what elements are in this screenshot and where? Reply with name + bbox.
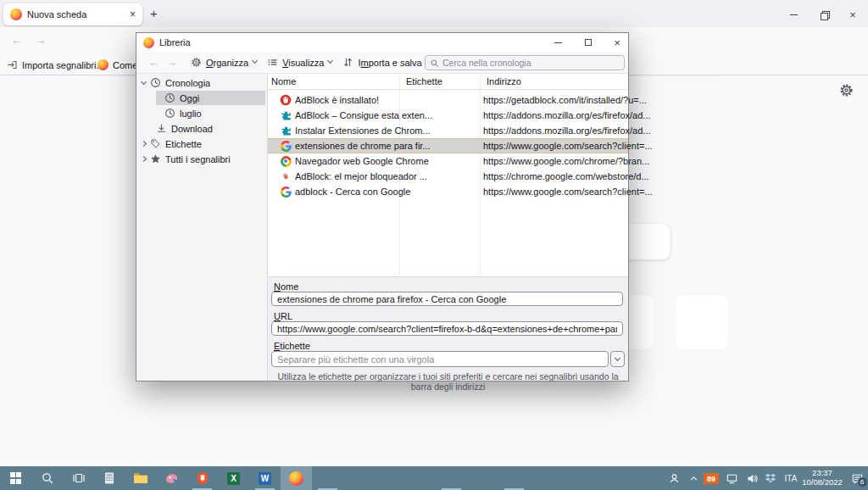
library-close-button[interactable]: ×: [609, 36, 626, 49]
organize-label: Organizza: [206, 58, 248, 68]
windows-logo-icon: [10, 472, 22, 484]
tags-dropdown-button[interactable]: [610, 351, 625, 367]
table-row[interactable]: Instalar Extensiones de Chrom... https:/…: [268, 123, 628, 138]
column-name[interactable]: Nome: [271, 76, 296, 86]
tags-hint-text: Utilizza le etichette per organizzare i …: [268, 371, 628, 392]
views-menu[interactable]: Visualizza: [267, 57, 332, 68]
tags-field[interactable]: [271, 351, 609, 367]
windows-taskbar: X W 89 ITA 23:37 10/08/2022: [0, 466, 868, 490]
network-icon: [726, 472, 738, 485]
sidebar-item-today[interactable]: Oggi: [156, 91, 265, 105]
sidebar-item-all-bookmarks[interactable]: Tutti i segnalibri: [142, 152, 231, 166]
sidebar-item-july[interactable]: luglio: [164, 106, 202, 120]
taskbar-excel[interactable]: X: [218, 466, 249, 490]
chevron-right-icon: [141, 141, 147, 147]
taskbar-firefox-active[interactable]: [281, 466, 312, 490]
sidebar-item-downloads[interactable]: Download: [156, 121, 213, 136]
window-restore-button[interactable]: [815, 8, 833, 21]
new-tab-button[interactable]: +: [150, 6, 158, 20]
star-icon: [150, 153, 161, 164]
name-field[interactable]: [271, 292, 623, 306]
download-icon: [156, 123, 167, 134]
table-row[interactable]: AdBlock è installato! https://getadblock…: [268, 92, 628, 108]
clock-icon: [164, 92, 175, 103]
personalize-gear-icon[interactable]: [839, 83, 854, 98]
people-button[interactable]: [665, 466, 683, 490]
bookmark-label: Importa segnalibri...: [22, 60, 104, 70]
library-search-box[interactable]: [425, 55, 625, 70]
chevron-down-icon: [252, 58, 258, 64]
dropbox-tray-button[interactable]: [762, 466, 779, 490]
chrome-icon: [280, 155, 292, 167]
newtab-shortcut-tile[interactable]: [676, 295, 728, 349]
clock-icon: [164, 108, 175, 119]
sidebar-item-tags[interactable]: Etichette: [142, 136, 202, 151]
taskbar-calculator-app[interactable]: [93, 466, 125, 490]
volume-tray-button[interactable]: [743, 466, 761, 490]
brave-icon: [196, 471, 209, 485]
views-list-icon: [267, 57, 278, 68]
table-row-selected[interactable]: extensiones de chrome para fir... https:…: [268, 138, 628, 153]
url-field[interactable]: [271, 321, 623, 336]
chevron-down-icon: [327, 58, 333, 64]
library-list: Nome Etichette Indirizzo AdBlock è insta…: [268, 74, 628, 381]
library-back-button[interactable]: ←: [145, 56, 163, 69]
library-search-input[interactable]: [442, 58, 624, 68]
start-button[interactable]: [0, 466, 31, 490]
column-address[interactable]: Indirizzo: [487, 76, 521, 86]
tray-expand-button[interactable]: [685, 466, 702, 490]
firefox-icon: [10, 8, 22, 20]
bookmark-import[interactable]: Importa segnalibri...: [7, 58, 104, 72]
tab-close-icon[interactable]: ×: [130, 8, 136, 20]
network-tray-button[interactable]: [722, 466, 741, 490]
action-center-button[interactable]: 6: [848, 466, 866, 490]
taskbar-word[interactable]: W: [249, 466, 281, 490]
folder-icon: [133, 472, 148, 484]
close-icon: ×: [614, 37, 620, 48]
row-url: https://www.google.com/chrome/?bran...: [483, 156, 649, 166]
table-row[interactable]: AdBlock – Consigue esta exten... https:/…: [268, 108, 628, 123]
library-forward-button[interactable]: →: [163, 56, 181, 69]
restore-icon: [821, 11, 828, 19]
taskbar-file-explorer[interactable]: [125, 466, 156, 490]
row-name: Navegador web Google Chrome: [295, 156, 429, 166]
tab-title: Nuova scheda: [27, 9, 125, 19]
dropbox-icon: [765, 472, 776, 484]
sidebar-item-history[interactable]: Cronologia: [142, 75, 210, 90]
active-tab[interactable]: Nuova scheda ×: [3, 3, 142, 25]
table-row[interactable]: AdBlock: el mejor bloqueador ... https:/…: [268, 169, 628, 184]
table-row[interactable]: Navegador web Google Chrome https://www.…: [268, 153, 628, 169]
library-maximize-button[interactable]: [580, 36, 597, 49]
url-field-label: URL: [274, 311, 292, 321]
search-icon: [41, 471, 54, 485]
paint-icon: [164, 471, 179, 486]
taskbar-paint-app[interactable]: [156, 466, 187, 490]
row-name: extensiones de chrome para fir...: [295, 141, 431, 151]
chevron-down-icon: [141, 78, 147, 84]
taskbar-brave-browser[interactable]: [186, 466, 218, 490]
import-backup-menu[interactable]: Importa e salva: [342, 57, 430, 68]
window-close-button[interactable]: ×: [843, 8, 862, 21]
table-row[interactable]: adblock - Cerca con Google https://www.g…: [268, 184, 628, 199]
row-url: https://www.google.com/search?client=...: [483, 187, 653, 197]
task-view-button[interactable]: [63, 466, 94, 490]
row-url: https://addons.mozilla.org/es/firefox/ad…: [483, 110, 651, 120]
chevron-right-icon: [141, 156, 147, 162]
adblock-tray-badge[interactable]: 89: [704, 473, 719, 484]
firefox-icon: [289, 471, 303, 486]
notification-badge: 6: [858, 477, 867, 487]
sidebar-label: Cronologia: [165, 78, 210, 88]
back-button[interactable]: ←: [11, 33, 23, 47]
tag-icon: [150, 138, 161, 149]
webstore-adblock-icon: [280, 170, 292, 182]
row-name: AdBlock è installato!: [295, 95, 379, 105]
window-minimize-button[interactable]: [784, 8, 803, 21]
library-minimize-button[interactable]: [549, 36, 566, 49]
taskbar-search-button[interactable]: [31, 466, 63, 490]
row-url: https://chrome.google.com/webstore/d...: [483, 171, 649, 181]
clock[interactable]: 23:37 10/08/2022: [798, 469, 846, 487]
forward-button[interactable]: →: [35, 33, 47, 47]
firefox-icon: [97, 59, 108, 70]
organize-menu[interactable]: Organizza: [191, 57, 257, 68]
column-tags[interactable]: Etichette: [406, 76, 442, 86]
